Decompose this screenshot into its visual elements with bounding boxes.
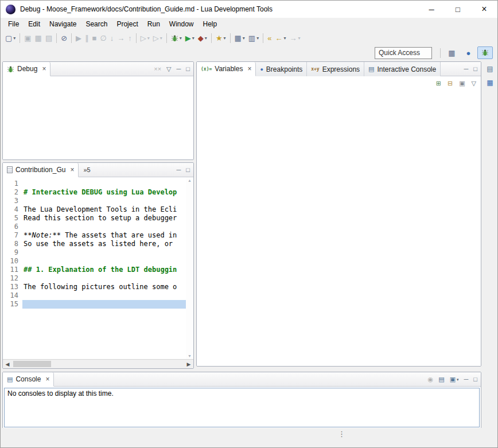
menu-help[interactable]: Help [199,18,222,30]
open-perspective-button[interactable]: ▥▾ [247,32,260,44]
minimize-button[interactable]: ─ [464,66,469,72]
ldt-perspective-button[interactable]: ● [461,46,476,59]
tab-variables[interactable]: (x)=Variables× [197,62,256,76]
code-line: The following pictures outline some o [22,283,193,291]
dropdown-arrow-icon[interactable]: ▾ [205,36,207,41]
last-edit-location-button[interactable]: « [266,32,273,44]
terminate-button[interactable]: ■ [91,32,99,44]
tab-interactive-console[interactable]: ▤Interactive Console [364,62,441,76]
disconnect-button[interactable]: ∅ [98,32,108,44]
maximize-button[interactable]: □ [186,167,190,173]
remove-all-terminated-button[interactable]: ×× [154,66,161,72]
view-menu-button[interactable]: ▽ [166,66,171,72]
close-icon[interactable]: × [45,375,49,383]
line-number-gutter[interactable]: 123456789101112131415 [3,177,22,368]
scroll-down-icon[interactable]: ▼ [188,354,192,358]
scrollbar-track[interactable] [12,360,184,368]
quick-access-box[interactable]: Quick Access [375,47,432,59]
dropdown-arrow-icon[interactable]: ▾ [192,36,194,41]
variables-view-body[interactable] [197,90,481,366]
save-button[interactable]: ▣ [22,32,33,44]
horizontal-scrollbar[interactable]: ◀ ▶ [3,359,193,368]
last-edit-location-icon: « [267,34,271,42]
dropdown-arrow-icon[interactable]: ▾ [147,36,150,41]
pin-console-button[interactable]: ◉ [428,376,434,383]
minimize-window-button[interactable]: ─ [418,1,445,18]
menu-project[interactable]: Project [112,18,142,30]
debug-view-toolbar: ××▽─□ [154,62,193,76]
run-history-button[interactable]: ▷▾ [151,32,164,44]
open-console-button[interactable]: ▣▾ [450,376,459,383]
maximize-button[interactable]: □ [186,66,190,72]
dropdown-arrow-icon[interactable]: ▾ [160,36,162,41]
editor-toolbar: ─□ [177,163,193,177]
dropdown-arrow-icon[interactable]: ▾ [283,36,286,41]
sash-grip[interactable]: ⋮ [338,430,345,438]
minimize-button[interactable]: ─ [177,66,181,72]
step-return-button[interactable]: ↑ [126,32,134,44]
step-over-button[interactable]: → [115,32,126,44]
suspend-button[interactable]: ∥ [83,32,91,44]
show-view-button[interactable]: ▦▾ [233,32,247,44]
view-menu-button[interactable]: ▽ [472,80,476,87]
dropdown-arrow-icon[interactable]: ▾ [224,36,226,41]
minimize-button[interactable]: ─ [177,167,181,173]
menu-search[interactable]: Search [81,18,112,30]
close-icon[interactable]: × [247,65,251,73]
new-wizard-button[interactable]: ★▾ [214,32,228,44]
minimized-view-button-1[interactable]: ▤ [487,65,493,73]
minimized-view-button-2[interactable]: ▦ [487,79,493,87]
minimize-button[interactable]: ─ [464,376,469,383]
tab-expressions[interactable]: x+yExpressions [307,62,364,76]
step-into-button[interactable]: ↓ [108,32,116,44]
debug-perspective-button[interactable] [477,46,493,59]
pin-view-button[interactable]: ▣ [459,80,465,87]
tab-console[interactable]: ▤ Console × [3,372,54,387]
scroll-up-icon[interactable]: ▲ [188,178,192,182]
collapse-all-button[interactable]: ⊟ [448,80,453,87]
open-perspective-button[interactable]: ▦ [444,46,460,59]
resume-button[interactable]: ▶ [74,32,83,44]
app-icon[interactable] [6,5,15,14]
close-icon[interactable]: × [42,65,46,73]
dropdown-arrow-icon[interactable]: ▾ [457,377,459,381]
external-tools-button[interactable]: ◆▾ [196,32,209,44]
new-button[interactable]: ▢▾ [3,32,17,44]
editor-tab-overflow[interactable]: »5 [79,166,95,173]
run-button[interactable]: ▶▾ [184,32,196,44]
menu-navigate[interactable]: Navigate [45,18,81,30]
menu-window[interactable]: Window [165,18,199,30]
scrollbar-thumb[interactable] [13,361,51,367]
debug-button[interactable]: ▾ [169,32,184,44]
scroll-left-icon[interactable]: ◀ [3,361,12,367]
show-logical-structure-button[interactable]: ⊞ [436,80,441,87]
dropdown-arrow-icon[interactable]: ▾ [243,36,245,41]
debug-history-button[interactable]: ▷▾ [139,32,151,44]
print-button[interactable]: ▤ [44,32,54,44]
close-icon[interactable]: × [70,166,74,174]
forward-button[interactable]: →▾ [287,32,302,44]
code-area[interactable]: # Interactive DEBUG using Lua DevelopThe… [22,177,193,368]
scroll-right-icon[interactable]: ▶ [184,361,193,367]
menu-run[interactable]: Run [143,18,165,30]
tab-contribution-guide[interactable]: Contribution_Gu × [3,163,79,177]
tab-debug[interactable]: Debug × [3,62,50,76]
maximize-window-button[interactable]: □ [445,1,471,18]
menu-edit[interactable]: Edit [24,18,45,30]
tab-breakpoints[interactable]: ●Breakpoints [256,62,307,76]
display-console-button[interactable]: ▤ [438,376,444,383]
skip-all-breakpoints-button[interactable]: ⊘ [59,32,69,44]
console-body[interactable]: No consoles to display at this time. [4,388,480,427]
menu-file[interactable]: File [3,18,24,30]
maximize-button[interactable]: □ [473,376,477,383]
vertical-scrollbar[interactable]: ▲ ▼ [186,177,193,359]
dropdown-arrow-icon[interactable]: ▾ [256,36,259,41]
maximize-button[interactable]: □ [473,66,477,72]
debug-view-body[interactable] [3,76,193,159]
save-all-button[interactable]: ▦ [33,32,44,44]
dropdown-arrow-icon[interactable]: ▾ [180,36,182,41]
dropdown-arrow-icon[interactable]: ▾ [298,36,300,41]
close-window-button[interactable]: × [471,1,497,18]
dropdown-arrow-icon[interactable]: ▾ [13,36,15,41]
back-button[interactable]: ←▾ [273,32,287,44]
